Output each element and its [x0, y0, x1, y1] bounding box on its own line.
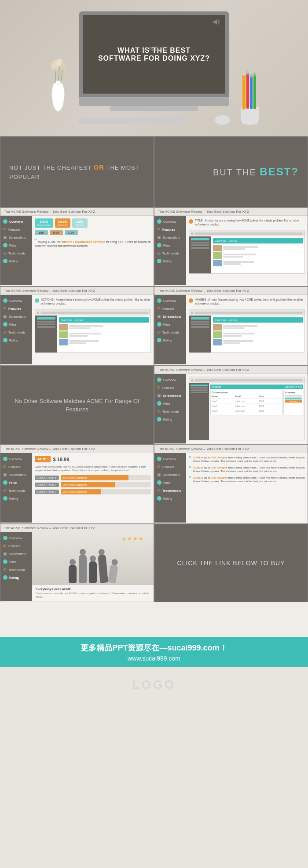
sb7-features[interactable]: ✉ Features [157, 465, 183, 469]
pencils-icon [235, 68, 265, 125]
testimonials-icon: ◎ [3, 251, 7, 255]
slide-review-title: The ACME Software Review – Your Best Sol… [154, 207, 308, 287]
sb3-rating[interactable]: Rating [3, 338, 29, 342]
sb5-features[interactable]: ✉ Features [157, 385, 183, 390]
sb6-overview[interactable]: Overview [3, 457, 29, 461]
sb7-rating[interactable]: Rating [157, 496, 183, 501]
sidebar-features2[interactable]: ✉ Features [157, 227, 183, 232]
sb8-overview[interactable]: Overview [3, 536, 29, 540]
sidebar-testimonials[interactable]: ◎ Testimonials [3, 251, 29, 255]
sb6-features[interactable]: ✉ Features [3, 465, 29, 469]
sb8-screenshots[interactable]: ▣ Screenshots [3, 552, 29, 556]
sb4-features[interactable]: ✉ Features [157, 306, 183, 311]
watermark-text: 蒲 鸟 图 库 [142, 46, 165, 52]
rating-text-area: Everybody Loves ACME Customers consisten… [32, 585, 154, 601]
act-thumb2 [59, 331, 68, 338]
comp3-label: COMPETITOR 3 [35, 490, 59, 494]
review-header6: The ACME Software Review – Your Best Sol… [0, 445, 154, 453]
sidebar-overview2[interactable]: Overview [157, 219, 183, 224]
sb4-price[interactable]: Price [157, 322, 183, 327]
au-dot [191, 379, 193, 381]
sb5-testimonials[interactable]: ◎ Testimonials [157, 409, 183, 414]
star4: ★ [139, 536, 143, 542]
sb6-features-icon: ✉ [3, 465, 7, 469]
sb8-testimonials[interactable]: ◎ Testimonials [3, 567, 29, 572]
overview-icon [3, 219, 7, 224]
sidebar-rating[interactable]: Rating [3, 259, 29, 263]
star1: ★ [121, 536, 126, 542]
sb4-screenshots-icon: ▣ [157, 314, 161, 319]
stats-area: 100K Downloads 19.6K Reviews 1.6K Rating [35, 218, 151, 228]
svg-point-2 [60, 63, 66, 71]
sb3-rating-icon [3, 338, 7, 342]
price-badge: ACME [35, 456, 51, 462]
price-desc: Customers consistently rate ACME above l… [35, 465, 151, 472]
slide-review-stats: The ACME Software Review – Your Best Sol… [0, 207, 154, 287]
sb5-overview-icon [157, 378, 161, 382]
promo-url[interactable]: www.sucai999.com [9, 655, 299, 662]
sb7-price[interactable]: Price [157, 480, 183, 485]
sidebar-overview[interactable]: Overview [3, 219, 29, 224]
vase-decoration [43, 54, 74, 125]
sb3-testimonials[interactable]: ◎ Testimonials [3, 330, 29, 334]
features-icon: ✉ [3, 227, 7, 232]
sb4-rating[interactable]: Rating [157, 338, 183, 342]
monitor-base [110, 106, 198, 111]
svg-marker-10 [242, 72, 246, 76]
sb7-screenshots[interactable]: ▣ Screenshots [157, 472, 183, 477]
comp3-bar: 11% More Expensive [61, 489, 151, 494]
price-amount: $ 19.99 [53, 457, 70, 462]
sidebar-screenshots[interactable]: ▣ Screenshots [3, 235, 29, 240]
sb4-screenshots[interactable]: ▣ Screenshots [157, 314, 183, 319]
sidebar-price2[interactable]: Price [157, 243, 183, 247]
sb3-features[interactable]: ✉ Features [3, 306, 29, 311]
review-header8: The ACME Software Review – Your Best Sol… [0, 524, 154, 532]
sb7-testimonials[interactable]: ◎ Testimonials [157, 488, 183, 493]
review-sidebar3: Overview ✉ Features ▣ Screenshots Price … [0, 295, 32, 364]
stat-reviews2: 9.6K [50, 230, 63, 235]
sb7-overview[interactable]: Overview [157, 457, 183, 461]
sidebar-price[interactable]: Price [3, 243, 29, 247]
sb6-rating[interactable]: Rating [3, 496, 29, 501]
sb5-price[interactable]: Price [157, 401, 183, 406]
sb3-overview[interactable]: Overview [3, 298, 29, 303]
star2: ★ [127, 536, 132, 542]
actions-screenshot: Overview – Entries [35, 309, 151, 353]
sb4-overview[interactable]: Overview [157, 298, 183, 303]
act-thumb3 [59, 339, 68, 345]
review-sidebar5: Overview ✉ Features ▣ Screenshots Price … [154, 374, 186, 443]
price-icon2 [157, 243, 161, 247]
sb6-testimonials[interactable]: ◎ Testimonials [3, 488, 29, 493]
actions-dot [37, 312, 39, 314]
comp2-bar-fill: 15% More Expensive [61, 482, 115, 487]
sb8-features-icon: ✉ [3, 544, 7, 548]
sb3-screenshots[interactable]: ▣ Screenshots [3, 314, 29, 319]
sb4-testimonials[interactable]: ◎ Testimonials [157, 330, 183, 334]
sb4-rating-icon [157, 338, 161, 342]
sb3-price[interactable]: Price [3, 322, 29, 327]
sb8-price[interactable]: Price [3, 559, 29, 564]
monitor: WHAT IS THE BEST SOFTWARE FOR DOING XYZ?… [78, 11, 230, 125]
sb5-screenshots[interactable]: ▣ Screenshots [157, 393, 183, 398]
sb6-screenshots[interactable]: ▣ Screenshots [3, 472, 29, 477]
svg-marker-19 [253, 71, 256, 76]
testimonial2: " ACME is up to 20% cheaper than leading… [189, 466, 305, 473]
person2 [79, 554, 87, 583]
sidebar-screenshots2[interactable]: ▣ Screenshots [157, 235, 183, 240]
sb5-overview[interactable]: Overview [157, 378, 183, 382]
sb6-price[interactable]: Price [3, 480, 29, 485]
sb8-overview-icon [3, 536, 7, 540]
sb8-features[interactable]: ✉ Features [3, 544, 29, 548]
sb8-rating[interactable]: Rating [3, 575, 29, 580]
quote-icon3: " [189, 476, 191, 483]
competitor2: COMPETITOR 2 15% More Expensive [35, 482, 151, 487]
person5 [108, 564, 118, 583]
svg-line-3 [55, 69, 56, 83]
sidebar-features[interactable]: ✉ Features [3, 227, 29, 232]
sidebar-testimonials2[interactable]: ◎ Testimonials [157, 251, 183, 255]
sb5-rating[interactable]: Rating [157, 417, 183, 421]
white-section [0, 602, 308, 637]
sb3-overview-icon [3, 298, 7, 303]
speaker-icon [213, 18, 220, 24]
sidebar-rating2[interactable]: Rating [157, 259, 183, 263]
